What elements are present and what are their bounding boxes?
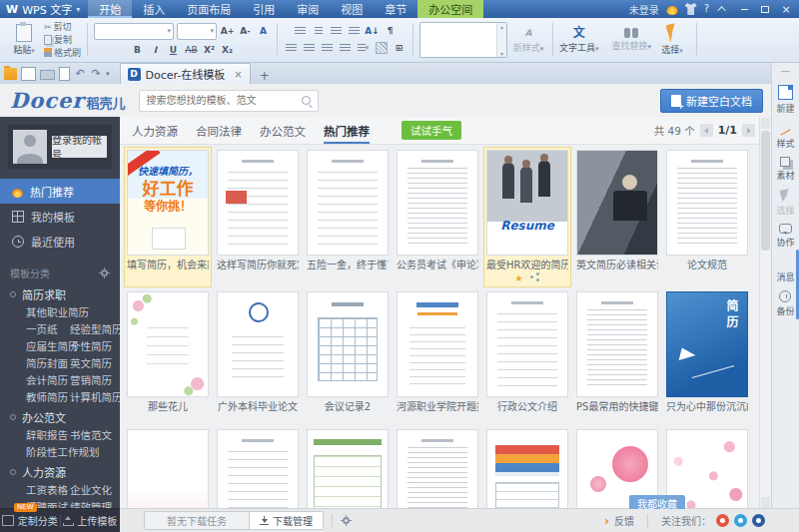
collect-all-button[interactable]: 我都收藏 <box>629 495 685 509</box>
template-card[interactable]: 英文简历必读相关语句 <box>574 148 660 286</box>
gallery-scrollbar[interactable] <box>759 117 771 509</box>
redo-icon[interactable]: ↷ <box>90 68 102 80</box>
template-card[interactable]: 五险一金，终于懂了 <box>305 148 391 286</box>
template-card[interactable]: 这样写简历你就死定了 <box>215 148 301 286</box>
login-status[interactable]: 未登录 <box>629 2 659 17</box>
category-link[interactable]: 经验型简历 <box>70 321 114 336</box>
template-card[interactable]: 简历只为心中那份沉沉的梦 <box>664 289 750 416</box>
template-card[interactable]: Resume最受HR欢迎的简历—..★ <box>484 148 570 286</box>
new-style-button[interactable]: A 新样式▾ <box>510 26 546 54</box>
scrollbar-thumb[interactable] <box>761 131 770 251</box>
template-card[interactable]: 论文规范 <box>664 148 750 286</box>
select-button[interactable]: 选择▾ <box>654 24 690 56</box>
category-link[interactable]: 会计简历 <box>26 372 70 387</box>
share-icon[interactable] <box>530 272 540 281</box>
font-button-3[interactable]: AB <box>184 43 199 57</box>
paste-button[interactable]: 粘贴▾ <box>7 24 41 56</box>
border-button[interactable]: ⊞ <box>392 41 406 55</box>
template-card[interactable]: 河源职业学院开题报告 <box>395 289 480 416</box>
bullet-list-button[interactable] <box>293 24 308 38</box>
collapse-ribbon-button[interactable] <box>716 3 730 15</box>
template-card[interactable] <box>125 427 211 509</box>
new-tab-button[interactable]: + <box>257 68 273 84</box>
rail-item-new-doc[interactable]: 新建 <box>776 85 794 115</box>
tencent-weibo-icon[interactable] <box>734 514 747 527</box>
prev-page-button[interactable] <box>700 124 713 137</box>
category-link[interactable]: 个性简历 <box>70 338 114 353</box>
category-link[interactable]: 工资表格 <box>26 482 70 497</box>
shading-button[interactable] <box>374 41 389 55</box>
justify-button[interactable] <box>338 41 353 55</box>
close-tab-icon[interactable]: × <box>234 69 242 80</box>
rail-item-backup[interactable]: 备份 <box>776 290 794 317</box>
rail-item-message[interactable]: 消息 <box>776 256 794 283</box>
rail-item-select[interactable]: 选择 <box>776 189 794 217</box>
rail-item-assets[interactable]: 素材 <box>776 157 794 182</box>
font-family-select[interactable]: ▾ <box>94 23 174 40</box>
text-tool-button[interactable]: 文 文字工具▾ <box>559 26 599 54</box>
ribbon-tab-办公空间[interactable]: 办公空间 <box>417 0 483 18</box>
clear-format-button[interactable]: A <box>256 24 271 38</box>
align-left-button[interactable] <box>284 41 299 55</box>
category-link[interactable]: 英文简历 <box>70 355 114 370</box>
template-card[interactable]: 会议记录2 <box>305 289 391 416</box>
quick-access-dropdown-icon[interactable]: ▾ <box>106 70 110 78</box>
template-card[interactable]: 广外本科毕业论文 <box>215 289 301 416</box>
sidebar-item-热门推荐[interactable]: 热门推荐 <box>0 179 120 204</box>
sidebar-item-我的模板[interactable]: 我的模板 <box>0 204 120 229</box>
tab-热门推荐[interactable]: 热门推荐 <box>324 117 370 144</box>
customize-category-button[interactable]: NEW 定制分类 <box>0 509 60 532</box>
ribbon-tab-开始[interactable]: 开始 <box>88 0 132 18</box>
template-card[interactable]: 那些花儿 <box>125 289 211 416</box>
line-spacing-button[interactable]: ▾ <box>356 41 371 55</box>
star-icon[interactable]: ★ <box>514 273 522 283</box>
template-card[interactable]: 行政公文介绍 <box>484 289 570 416</box>
chevron-down-icon[interactable]: ▾ <box>76 5 80 14</box>
font-button-1[interactable]: I <box>148 43 163 57</box>
search-input[interactable] <box>140 95 301 106</box>
minimize-button[interactable] <box>737 3 751 15</box>
weibo-icon[interactable] <box>716 514 729 527</box>
new-blank-doc-button[interactable]: 新建空白文档 <box>660 89 763 113</box>
category-link[interactable]: 计算机简历 <box>70 389 114 404</box>
shrink-font-button[interactable]: A- <box>238 24 253 38</box>
rail-item-collab[interactable]: 协作 <box>776 224 794 249</box>
help-icon[interactable]: ? <box>704 3 709 15</box>
upload-template-button[interactable]: 上传模板 <box>61 509 121 532</box>
sidebar-item-最近使用[interactable]: 最近使用 <box>0 229 120 254</box>
styles-gallery[interactable]: ▴▾ <box>419 22 507 58</box>
styles-gallery-scrollbar[interactable]: ▴▾ <box>496 23 506 57</box>
category-link[interactable]: 营销简历 <box>70 372 114 387</box>
align-right-button[interactable] <box>320 41 335 55</box>
sort-button[interactable]: A↓ <box>365 24 380 38</box>
category-link[interactable]: 其他职业简历 <box>26 304 89 319</box>
search-icon[interactable] <box>301 95 313 107</box>
template-card[interactable] <box>215 427 301 509</box>
restore-button[interactable] <box>758 3 772 15</box>
category-link[interactable]: 应届生简历 <box>26 338 70 353</box>
print-preview-icon[interactable] <box>59 67 70 81</box>
print-icon[interactable] <box>40 70 55 80</box>
category-link[interactable]: 简历封面 <box>26 355 70 370</box>
template-card[interactable] <box>395 427 480 509</box>
find-replace-button[interactable]: 查找替换▾ <box>612 28 652 52</box>
open-file-icon[interactable] <box>4 68 17 80</box>
save-icon[interactable] <box>21 67 36 81</box>
ribbon-tab-页面布局[interactable]: 页面布局 <box>176 0 242 18</box>
scroll-up-button[interactable] <box>761 118 770 129</box>
ribbon-tab-视图[interactable]: 视图 <box>330 0 374 18</box>
font-button-0[interactable]: B <box>130 43 145 57</box>
settings-gear-icon[interactable] <box>341 515 352 526</box>
rail-item-styles[interactable]: 样式 <box>776 122 794 150</box>
rail-handle[interactable] <box>781 71 790 72</box>
document-tab[interactable]: D Docer-在线模板 × <box>120 63 251 84</box>
undo-icon[interactable]: ↶ <box>74 68 86 80</box>
increase-indent-button[interactable] <box>347 24 362 38</box>
template-card[interactable]: PS最常用的快捷键 <box>574 289 660 416</box>
category-link[interactable]: 书信范文 <box>70 427 114 442</box>
gear-icon[interactable] <box>99 267 110 278</box>
format-painter-button[interactable]: 格式刷 <box>44 47 81 59</box>
ribbon-tab-引用[interactable]: 引用 <box>242 0 286 18</box>
show-marks-button[interactable]: ¶ <box>383 24 398 38</box>
feedback-link[interactable]: 反馈 <box>614 513 634 528</box>
